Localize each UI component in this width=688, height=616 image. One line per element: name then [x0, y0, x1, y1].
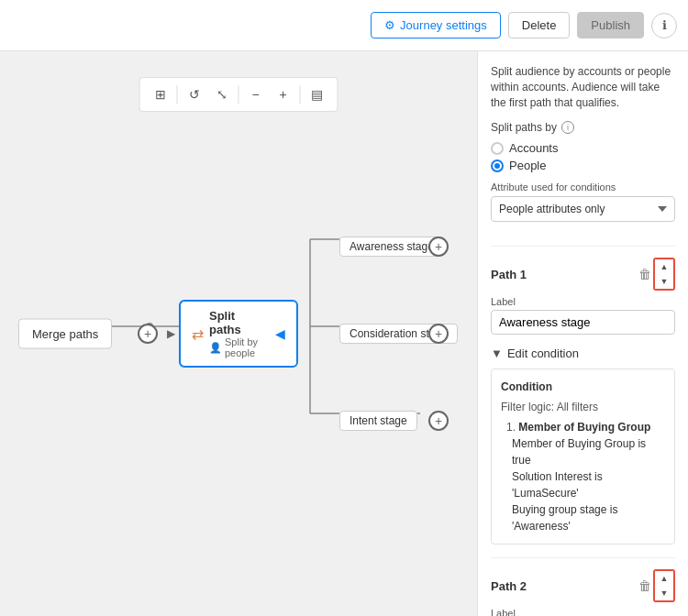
split-icon: ⇄: [192, 325, 204, 343]
plus-after-merge[interactable]: +: [138, 324, 158, 344]
path-1-edit-condition-btn[interactable]: ▼ Edit condition: [491, 342, 579, 365]
divider2: [491, 557, 675, 558]
path-1-condition-box: Condition Filter logic: All filters 1. M…: [491, 368, 675, 544]
path-1-delete[interactable]: 🗑: [638, 267, 651, 281]
top-bar: ⚙ Journey settings Delete Publish ℹ: [0, 0, 688, 51]
merge-paths-node[interactable]: Merge paths: [18, 319, 112, 349]
main-area: ⊞ ↺ ⤡ − + ▤: [0, 51, 688, 616]
path-2-delete[interactable]: 🗑: [638, 578, 651, 593]
radio-group: Accounts People: [491, 141, 675, 172]
person-icon: 👤: [209, 342, 222, 354]
condition-item-1: 1. Member of Buying Group Member of Buyi…: [506, 419, 665, 534]
canvas-toolbar: ⊞ ↺ ⤡ − + ▤: [139, 77, 338, 112]
split-paths-node[interactable]: ⇄ Split paths 👤 Split by people ◀: [179, 300, 298, 368]
divider1: [491, 246, 675, 247]
path-1-input[interactable]: [491, 310, 675, 335]
path-2-up-btn[interactable]: ▲: [655, 571, 673, 586]
path-1-title: Path 1: [491, 268, 638, 281]
path-1-down-btn[interactable]: ▼: [655, 274, 673, 289]
filter-icon-1: ▼: [491, 346, 503, 360]
plus-awareness[interactable]: +: [428, 236, 449, 257]
expand-icon[interactable]: ⤡: [209, 82, 235, 107]
zoom-out-icon[interactable]: −: [243, 82, 269, 107]
right-panel: Split audience by accounts or people wit…: [477, 51, 688, 616]
path-2-card: Path 2 🗑 ▲ ▼ Label ▼ Edit condition Cond…: [491, 569, 675, 616]
collapse-icon[interactable]: ◀: [275, 326, 285, 341]
plus-consideration[interactable]: +: [428, 324, 449, 344]
publish-button: Publish: [577, 12, 644, 38]
attribute-select[interactable]: People attributes only: [491, 196, 675, 222]
split-paths-by-label: Split paths by i: [491, 121, 675, 134]
path-2-title: Path 2: [491, 579, 638, 593]
path-1-reorder: ▲ ▼: [653, 258, 675, 291]
separator2: [239, 85, 239, 104]
zoom-in-icon[interactable]: +: [271, 82, 296, 107]
journey-settings-button[interactable]: ⚙ Journey settings: [371, 12, 501, 38]
separator: [177, 85, 178, 104]
path-2-label-text: Label: [491, 608, 675, 616]
delete-button[interactable]: Delete: [508, 12, 571, 38]
path-1-card: Path 1 🗑 ▲ ▼ Label ▼ Edit condition Cond…: [491, 258, 675, 544]
gear-icon: ⚙: [384, 18, 395, 32]
people-radio[interactable]: People: [491, 159, 675, 172]
info-button[interactable]: ℹ: [651, 13, 677, 38]
path-2-down-btn[interactable]: ▼: [655, 586, 673, 600]
path-1-header: Path 1 🗑 ▲ ▼: [491, 258, 675, 291]
people-radio-circle: [491, 160, 504, 172]
path-2-header: Path 2 🗑 ▲ ▼: [491, 569, 675, 602]
path-1-label-text: Label: [491, 296, 675, 307]
path-1-up-btn[interactable]: ▲: [655, 259, 673, 274]
condition-1-line-2: Solution Interest is 'LumaSecure': [512, 468, 665, 501]
grid-icon[interactable]: ⊞: [148, 82, 173, 107]
plus-intent[interactable]: +: [428, 411, 449, 431]
separator3: [300, 85, 301, 104]
panel-description: Split audience by accounts or people wit…: [491, 64, 675, 110]
map-icon[interactable]: ▤: [305, 82, 330, 107]
path-2-reorder: ▲ ▼: [653, 569, 675, 602]
undo-icon[interactable]: ↺: [182, 82, 207, 107]
attribute-label: Attribute used for conditions: [491, 182, 675, 192]
split-text: Split paths 👤 Split by people: [209, 309, 270, 358]
arrow-connector: ▶: [167, 327, 175, 340]
split-info-icon[interactable]: i: [561, 121, 574, 134]
accounts-radio-circle: [491, 142, 504, 155]
accounts-radio[interactable]: Accounts: [491, 141, 675, 155]
condition-1-line-1: Member of Buying Group is true: [512, 435, 665, 468]
canvas[interactable]: ⊞ ↺ ⤡ − + ▤: [0, 51, 477, 616]
branch-intent: Intent stage: [339, 411, 417, 431]
condition-1-line-3: Buying group stage is 'Awareness': [512, 501, 665, 534]
